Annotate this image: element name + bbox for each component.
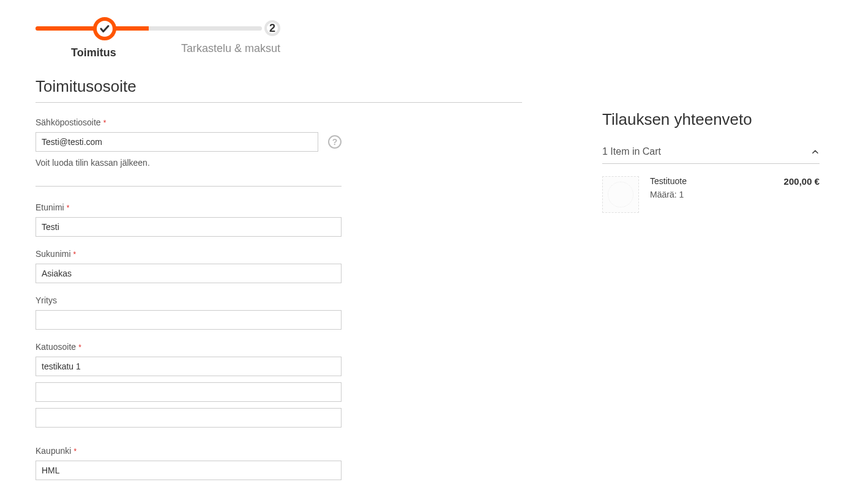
field-city: Kaupunki* — [35, 446, 525, 480]
section-title-shipping: Toimitusosoite — [35, 77, 522, 103]
label-company: Yritys — [35, 295, 525, 305]
email-input[interactable] — [35, 132, 318, 152]
required-marker: * — [73, 447, 77, 456]
progress-step-review[interactable]: 2 Tarkastelu & maksut — [181, 24, 280, 55]
field-street: Katuosoite* — [35, 342, 525, 434]
divider — [35, 186, 342, 187]
city-input[interactable] — [35, 461, 342, 480]
street-input-3[interactable] — [35, 408, 342, 428]
field-email: Sähköpostiosoite* ? Voit luoda tilin kas… — [35, 117, 525, 168]
cart-item-price: 200,00 € — [784, 176, 820, 187]
label-firstname: Etunimi* — [35, 202, 525, 212]
step-number: 2 — [269, 22, 275, 35]
progress-step-shipping[interactable]: Toimitus — [71, 24, 116, 59]
step-circle-inactive: 2 — [264, 20, 280, 36]
street-input-1[interactable] — [35, 357, 342, 376]
check-icon — [99, 23, 110, 34]
cart-item-name: Testituote — [650, 176, 773, 186]
field-lastname: Sukunimi* — [35, 249, 525, 283]
cart-toggle[interactable]: 1 Item in Cart — [602, 140, 820, 164]
label-email: Sähköpostiosoite* — [35, 117, 525, 127]
company-input[interactable] — [35, 310, 342, 330]
step-circle-active — [93, 17, 116, 40]
lastname-input[interactable] — [35, 264, 342, 283]
help-icon[interactable]: ? — [328, 135, 342, 149]
label-city: Kaupunki* — [35, 446, 525, 456]
cart-count-label: 1 Item in Cart — [602, 146, 661, 157]
cart-item-image — [602, 176, 639, 213]
field-firstname: Etunimi* — [35, 202, 525, 237]
summary-title: Tilauksen yhteenveto — [602, 110, 820, 129]
checkout-progress: Toimitus 2 Tarkastelu & maksut — [35, 24, 525, 59]
step-label: Tarkastelu & maksut — [181, 42, 280, 55]
cart-item-qty: Määrä: 1 — [650, 190, 773, 199]
order-summary: Tilauksen yhteenveto 1 Item in Cart Test… — [602, 0, 820, 492]
cart-item: Testituote Määrä: 1 200,00 € — [602, 164, 820, 225]
email-note: Voit luoda tilin kassan jälkeen. — [35, 158, 525, 168]
required-marker: * — [103, 119, 106, 127]
required-marker: * — [78, 343, 81, 352]
chevron-up-icon — [811, 147, 820, 156]
label-lastname: Sukunimi* — [35, 249, 525, 259]
required-marker: * — [67, 204, 70, 212]
field-company: Yritys — [35, 295, 525, 330]
required-marker: * — [73, 250, 77, 259]
firstname-input[interactable] — [35, 217, 342, 237]
step-label: Toimitus — [71, 46, 116, 59]
street-input-2[interactable] — [35, 382, 342, 402]
label-street: Katuosoite* — [35, 342, 525, 352]
